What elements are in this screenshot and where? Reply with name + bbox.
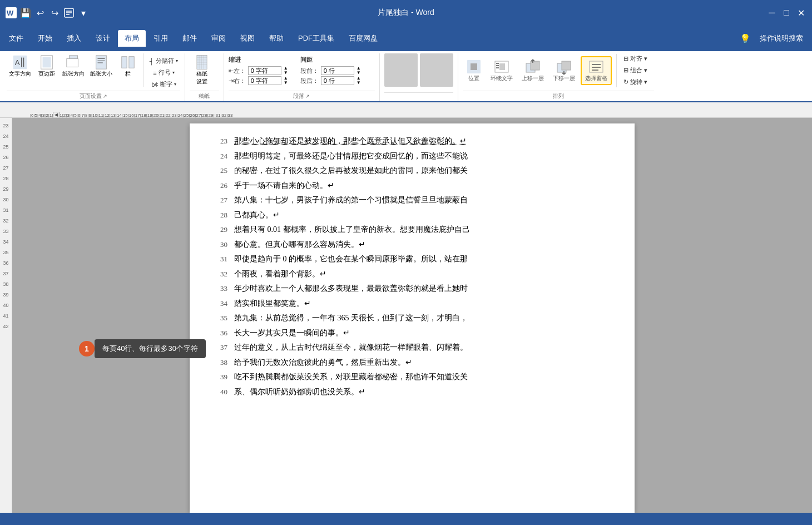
line-content-29[interactable]: 想着只有 0.01 都概率，所以披上了皇帝的新衣。想要用魔法庇护自己 xyxy=(234,223,612,237)
menu-pdf[interactable]: PDF工具集 xyxy=(291,30,341,47)
line-content-36[interactable]: 长大一岁其实只是一瞬间的事。↵ xyxy=(234,326,612,340)
line-content-39[interactable]: 吃不到热腾腾都饭菜没关系，对联里藏着都秘密，那也许不知道没关 xyxy=(234,370,612,384)
indent-right-arrow: ⇥右： xyxy=(229,77,246,85)
draft-content: 稿纸 设置 xyxy=(190,53,214,90)
spacing-after-down[interactable]: ▼ xyxy=(357,81,364,85)
wrap-text-button[interactable]: 环绕文字 xyxy=(487,57,516,84)
orientation-button[interactable]: 纸张方向 xyxy=(60,53,87,79)
dropdown-icon[interactable]: ▾ xyxy=(78,7,89,18)
arrange-buttons: 位置 环绕文字 上移一层 下移一层 xyxy=(463,53,650,87)
spacing-before-input[interactable] xyxy=(321,66,354,75)
line-number-24: 24 xyxy=(212,150,234,163)
save-icon[interactable]: 💾 xyxy=(20,7,31,18)
line-content-33[interactable]: 年少时喜欢上一个人都那么多表现里，最最欲盖弥彰的就是看上她时 xyxy=(234,282,612,296)
doc-line-23: 23 那些小心拖钿却还是被发现的，那些个愿意承认但又欲盖弥彰的。↵ xyxy=(212,135,612,148)
doc-line-28: 28 己都真心。↵ xyxy=(212,209,612,222)
line-content-26[interactable]: 乎于一场不请自来的心动。↵ xyxy=(234,179,612,193)
paragraph-expand-icon[interactable]: ↗ xyxy=(305,93,310,99)
indent-right-down[interactable]: ▼ xyxy=(284,81,291,85)
line-content-35[interactable]: 第九集：从前总觉得，一年有 365 天很长，但到了这一刻，才明白， xyxy=(234,311,612,325)
close-icon[interactable]: ✕ xyxy=(795,7,806,18)
menu-review[interactable]: 审阅 xyxy=(205,30,232,47)
margins-button[interactable]: 页边距 xyxy=(34,53,59,79)
menu-file[interactable]: 文件 xyxy=(2,30,30,47)
separator-button[interactable]: ┤ 分隔符 ▾ xyxy=(147,56,180,66)
spacing-title: 间距 xyxy=(300,56,364,64)
indent-left-down[interactable]: ▼ xyxy=(284,71,291,75)
word-icon: W xyxy=(6,7,17,18)
line-content-27[interactable]: 第八集：十七岁，男孩子们养成的第一个习惯就是信誓旦旦地蒙蔽自 xyxy=(234,194,612,207)
indent-left-spin[interactable]: ▲ ▼ xyxy=(284,66,291,75)
line-content-25[interactable]: 的秘密，在过了很久很久之后再被发现是如此的雷同，原来他们都关 xyxy=(234,164,612,178)
bring-forward-button[interactable]: 上移一层 xyxy=(518,57,547,84)
svg-rect-13 xyxy=(67,58,78,67)
page-setup-expand-icon[interactable]: ↗ xyxy=(103,93,107,99)
draft-settings-button[interactable]: 稿纸 设置 xyxy=(190,53,214,87)
send-backward-button[interactable]: 下移一层 xyxy=(549,57,578,84)
menu-design[interactable]: 设计 xyxy=(89,30,117,47)
menu-view[interactable]: 视图 xyxy=(234,30,261,47)
doc-line-37: 37 过年的意义，从上古时代绵延至今，就像烟花一样耀眼着、闪耀着。 xyxy=(212,341,612,355)
indent-left-input[interactable] xyxy=(248,66,281,75)
line-number-35: 35 xyxy=(212,312,234,325)
ruler-num-23: 23 xyxy=(3,120,8,131)
hyphenation-button[interactable]: b¢ 断字 ▾ xyxy=(147,79,180,90)
redo-icon[interactable]: ↪ xyxy=(49,7,60,18)
menu-cloud[interactable]: 百度网盘 xyxy=(342,30,384,47)
menu-mailings[interactable]: 邮件 xyxy=(176,30,204,47)
menu-insert[interactable]: 插入 xyxy=(60,30,88,47)
indent-right-spin[interactable]: ▲ ▼ xyxy=(284,76,291,85)
line-content-empty[interactable] xyxy=(234,400,612,414)
rotate-dropdown: ▾ xyxy=(644,78,647,86)
menu-home[interactable]: 开始 xyxy=(31,30,59,47)
align-button[interactable]: ⊟ 对齐 ▾ xyxy=(621,53,650,64)
line-content-24[interactable]: 那些明明笃定，可最终还是心甘情愿把它变成回忆的，而这些不能说 xyxy=(234,150,612,164)
doc-scroll[interactable]: 23 那些小心拖钿却还是被发现的，那些个愿意承认但又欲盖弥彰的。↵ 24 那些明… xyxy=(12,118,812,514)
line-number-31: 31 xyxy=(212,253,234,266)
line-content-32[interactable]: 个雨夜，看着那个背影。↵ xyxy=(234,268,612,281)
format-icon[interactable] xyxy=(63,7,75,18)
maximize-icon[interactable]: □ xyxy=(781,7,792,18)
line-content-37[interactable]: 过年的意义，从上古时代绵延至今，就像烟花一样耀眼着、闪耀着。 xyxy=(234,341,612,355)
line-content-31[interactable]: 即使是趋向于 0 的概率，它也会在某个瞬间原形毕露。所以，站在那 xyxy=(234,252,612,266)
line-number-25: 25 xyxy=(212,165,234,177)
line-content-30[interactable]: 都心意。但真心哪有那么容易消失。↵ xyxy=(234,238,612,252)
image-placeholders xyxy=(384,53,453,91)
paper-size-button[interactable]: 纸张大小 xyxy=(88,53,115,79)
line-number-39: 39 xyxy=(212,371,234,384)
line-content-28[interactable]: 己都真心。↵ xyxy=(234,209,612,222)
undo-icon[interactable]: ↩ xyxy=(34,7,46,18)
line-number-26: 26 xyxy=(212,180,234,192)
line-content-23[interactable]: 那些小心拖钿却还是被发现的，那些个愿意承认但又欲盖弥彰的。↵ xyxy=(234,135,612,148)
minimize-icon[interactable]: ─ xyxy=(766,7,778,18)
line-content-38[interactable]: 给予我们无数次治愈彼此的勇气，然后重新出发。↵ xyxy=(234,356,612,370)
line-number-32: 32 xyxy=(212,268,234,281)
menu-search[interactable]: 操作说明搜索 xyxy=(753,30,810,47)
svg-rect-14 xyxy=(96,56,107,69)
menu-references[interactable]: 引用 xyxy=(147,30,175,47)
document-page: 23 那些小心拖钿却还是被发现的，那些个愿意承认但又欲盖弥彰的。↵ 24 那些明… xyxy=(190,123,635,513)
doc-line-27: 27 第八集：十七岁，男孩子们养成的第一个习惯就是信誓旦旦地蒙蔽自 xyxy=(212,194,612,207)
line-content-34[interactable]: 踏实和眼里都笑意。↵ xyxy=(234,297,612,311)
spacing-before-down[interactable]: ▼ xyxy=(357,71,364,75)
position-button[interactable]: 位置 xyxy=(463,57,485,84)
menu-layout[interactable]: 布局 xyxy=(118,30,146,47)
linenum-icon: ≡ xyxy=(153,70,156,76)
line-number-36: 36 xyxy=(212,327,234,340)
group-button[interactable]: ⊞ 组合 ▾ xyxy=(621,65,650,76)
columns-button[interactable]: 栏 xyxy=(116,53,140,79)
rotate-button[interactable]: ↻ 旋转 ▾ xyxy=(621,77,650,87)
spacing-after-input[interactable] xyxy=(321,76,354,85)
indent-right-input[interactable] xyxy=(248,76,281,85)
spacing-after-spin[interactable]: ▲ ▼ xyxy=(357,76,364,85)
menu-help[interactable]: 帮助 xyxy=(263,30,290,47)
text-direction-button[interactable]: A 文字方向 xyxy=(7,53,33,79)
line-number-33: 33 xyxy=(212,283,234,295)
spacing-before-spin[interactable]: ▲ ▼ xyxy=(357,66,364,75)
ribbon-group-page-setup: A 文字方向 页边距 xyxy=(2,53,185,101)
line-content-40[interactable]: 系、偶尔听听奶奶都唠叨也没关系。↵ xyxy=(234,385,612,399)
line-num-button[interactable]: ≡ 行号 ▾ xyxy=(147,67,180,78)
title-bar: W 💾 ↩ ↪ ▾ 片尾独白 - Word ─ □ ✕ xyxy=(0,0,812,26)
select-pane-button[interactable]: 选择窗格 xyxy=(581,56,612,85)
svg-rect-41 xyxy=(562,61,571,70)
